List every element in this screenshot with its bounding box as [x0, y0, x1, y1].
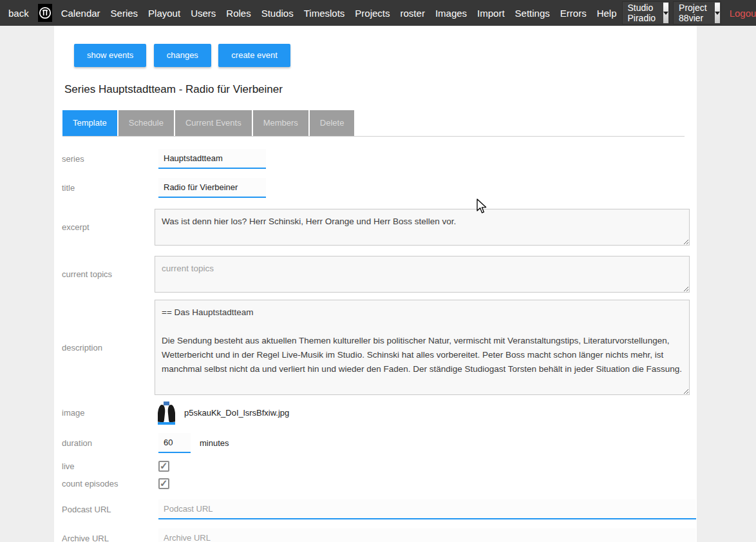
project-select[interactable]: Project 88vier: [673, 1, 721, 24]
image-label: image: [62, 408, 155, 418]
create-event-button[interactable]: create event: [218, 44, 290, 67]
count-episodes-label: count episodes: [62, 479, 155, 489]
pi-circle-glyph: [38, 6, 52, 20]
nav-right-group: Studio Piradio Project 88vier Logout mil…: [622, 1, 756, 24]
nav-item-series[interactable]: Series: [106, 8, 144, 19]
show-events-button[interactable]: show events: [74, 44, 146, 67]
current-topics-row: current topics: [54, 256, 697, 293]
excerpt-label: excerpt: [62, 222, 155, 232]
project-select-value: Project 88vier: [679, 3, 710, 23]
tab-bar: Template Schedule Current Events Members…: [62, 110, 685, 137]
nav-item-studios[interactable]: Studios: [256, 8, 299, 19]
title-input[interactable]: [158, 178, 266, 198]
chevron-down-icon: [715, 3, 720, 23]
nav-item-import[interactable]: Import: [472, 8, 510, 19]
podcast-url-label: Podcast URL: [62, 505, 155, 514]
count-episodes-checkbox[interactable]: [158, 478, 169, 489]
live-label: live: [62, 461, 155, 471]
current-topics-textarea[interactable]: [155, 256, 690, 293]
studio-select[interactable]: Studio Piradio: [622, 1, 670, 24]
description-textarea[interactable]: [155, 300, 690, 395]
description-row: description: [54, 300, 697, 395]
archive-url-label: Archive URL: [62, 534, 155, 542]
archive-url-input[interactable]: [158, 528, 696, 542]
description-label: description: [62, 343, 155, 353]
series-row: series: [54, 149, 697, 169]
podcast-url-row: Podcast URL: [54, 499, 697, 519]
nav-back-link[interactable]: back: [3, 8, 34, 19]
live-checkbox[interactable]: [158, 461, 169, 472]
nav-item-images[interactable]: Images: [430, 8, 472, 19]
tab-template[interactable]: Template: [62, 110, 117, 136]
tab-current-events[interactable]: Current Events: [175, 110, 252, 136]
excerpt-textarea[interactable]: [155, 209, 690, 246]
nav-item-playout[interactable]: Playout: [143, 8, 185, 19]
archive-url-row: Archive URL: [54, 528, 697, 542]
studio-select-value: Studio Piradio: [628, 3, 659, 23]
page-title: Series Hauptstadtteam - Radio für Vierbe…: [64, 83, 697, 96]
duration-label: duration: [62, 438, 155, 448]
logout-link[interactable]: Logout: [724, 8, 756, 19]
duration-unit-label: minutes: [200, 438, 229, 448]
tab-delete[interactable]: Delete: [310, 110, 355, 136]
nav-item-roles[interactable]: Roles: [221, 8, 256, 19]
series-label: series: [62, 154, 155, 164]
nav-item-projects[interactable]: Projects: [350, 8, 395, 19]
main-content: show events changes create event Series …: [54, 26, 697, 542]
template-form: series title excerpt current topics desc: [54, 149, 697, 542]
title-label: title: [62, 183, 155, 193]
nav-item-calendar[interactable]: Calendar: [56, 8, 106, 19]
title-row: title: [54, 178, 697, 198]
series-image-thumbnail[interactable]: [158, 400, 175, 425]
current-topics-label: current topics: [62, 269, 155, 279]
nav-item-settings[interactable]: Settings: [510, 8, 555, 19]
nav-item-timeslots[interactable]: Timeslots: [299, 8, 350, 19]
top-navbar: back Calendar Series Playout Users Roles…: [0, 0, 756, 26]
nav-item-help[interactable]: Help: [592, 8, 622, 19]
toolbar: show events changes create event: [54, 44, 697, 67]
duration-row: duration minutes: [54, 433, 697, 453]
changes-button[interactable]: changes: [154, 44, 211, 67]
image-filename: p5skauKk_DoI_lsrsBfxiw.jpg: [184, 408, 289, 418]
nav-item-users[interactable]: Users: [185, 8, 221, 19]
image-row: image p5skauKk_DoI_lsrsBfxiw.jpg: [54, 400, 697, 425]
tab-schedule[interactable]: Schedule: [118, 110, 174, 136]
excerpt-row: excerpt: [54, 209, 697, 246]
podcast-url-input[interactable]: [158, 499, 696, 519]
count-episodes-row: count episodes: [54, 478, 697, 489]
live-row: live: [54, 461, 697, 472]
duration-input[interactable]: [158, 433, 191, 453]
series-input[interactable]: [158, 149, 266, 169]
tab-members[interactable]: Members: [253, 110, 308, 136]
chevron-down-icon: [663, 3, 668, 23]
nav-item-errors[interactable]: Errors: [555, 8, 592, 19]
nav-item-roster[interactable]: roster: [395, 8, 430, 19]
piradio-logo-icon[interactable]: [38, 4, 52, 22]
